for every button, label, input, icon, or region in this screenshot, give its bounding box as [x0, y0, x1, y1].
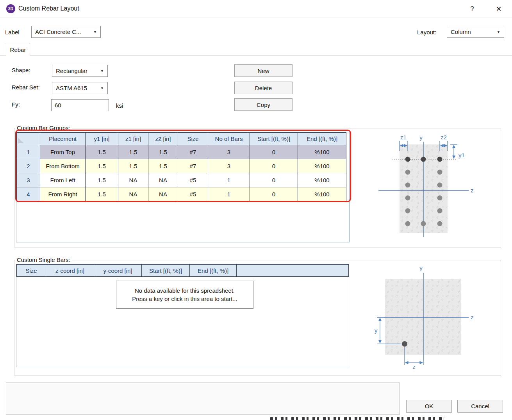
cell-z2[interactable]: 1.5	[148, 145, 178, 159]
window-title: Custom Rebar Layout	[18, 5, 79, 12]
empty-spreadsheet-message[interactable]: No data available for this spreadsheet. …	[116, 281, 253, 309]
bar-group-row[interactable]: 1 From Top 1.5 1.5 1.5 #7 3 0 %100	[17, 145, 346, 159]
cell-placement[interactable]: From Left	[40, 173, 86, 187]
chevron-down-icon: ▼	[100, 86, 104, 90]
row-header[interactable]: 3	[17, 173, 40, 187]
y-axis-label: y	[419, 134, 423, 141]
cell-size[interactable]: #7	[178, 145, 208, 159]
fy-caption: Fy:	[12, 101, 20, 108]
shape-dropdown[interactable]: Rectangular ▼	[52, 65, 108, 77]
row-header[interactable]: 1	[17, 145, 40, 159]
cell-size[interactable]: #5	[178, 173, 208, 187]
shape-caption: Shape:	[12, 67, 30, 73]
cell-y1[interactable]: 1.5	[86, 173, 118, 187]
single-bars-spreadsheet[interactable]: Size z-coord [in] y-coord [in] Start [(f…	[16, 264, 349, 367]
column-header-row: Size z-coord [in] y-coord [in] Start [(f…	[17, 265, 349, 277]
custom-single-bars-group: Custom Single Bars: Size z-coord [in] y-…	[14, 260, 501, 376]
bar-groups-section-diagram: z1 z2 y y1 z	[374, 134, 501, 244]
column-header-z1[interactable]: z1 [in]	[118, 133, 148, 145]
column-header-z2[interactable]: z2 [in]	[148, 133, 178, 145]
cell-y1[interactable]: 1.5	[86, 159, 118, 173]
cell-z2[interactable]: 1.5	[148, 159, 178, 173]
single-bars-section-diagram: y z y z	[374, 263, 501, 374]
corner-cell[interactable]	[17, 133, 40, 145]
label-caption: Label	[5, 29, 20, 36]
bar-groups-spreadsheet[interactable]: Placement y1 [in] z1 [in] z2 [in] Size N…	[16, 132, 350, 242]
cell-placement[interactable]: From Bottom	[40, 159, 86, 173]
cell-z2[interactable]: NA	[148, 187, 178, 201]
chevron-down-icon: ▼	[497, 30, 500, 34]
cell-z1[interactable]: 1.5	[118, 145, 148, 159]
column-header-z-coord[interactable]: z-coord [in]	[46, 265, 94, 277]
column-header-no-of-bars[interactable]: No of Bars	[208, 133, 250, 145]
column-header-y-coord[interactable]: y-coord [in]	[94, 265, 142, 277]
cell-no-of-bars[interactable]: 1	[208, 187, 250, 201]
custom-bar-groups-title: Custom Bar Groups:	[15, 125, 72, 131]
label-dropdown[interactable]: ACI Concrete C... ▼	[31, 26, 101, 38]
cell-start[interactable]: 0	[250, 173, 298, 187]
cell-end[interactable]: %100	[298, 173, 346, 187]
z-axis-label: z	[471, 314, 474, 320]
empty-message-line2: Press a key or click in this area to sta…	[132, 295, 237, 302]
delete-button[interactable]: Delete	[234, 82, 293, 94]
row-header[interactable]: 4	[17, 187, 40, 201]
column-header-y1[interactable]: y1 [in]	[86, 133, 118, 145]
cell-no-of-bars[interactable]: 1	[208, 173, 250, 187]
bar-group-row[interactable]: 2 From Bottom 1.5 1.5 1.5 #7 3 0 %100	[17, 159, 346, 173]
column-header-placement[interactable]: Placement	[40, 133, 86, 145]
layout-dropdown[interactable]: Column ▼	[447, 26, 504, 38]
chevron-down-icon: ▼	[100, 69, 104, 73]
ok-button[interactable]: OK	[406, 400, 452, 413]
fy-input[interactable]	[51, 99, 109, 111]
bar-groups-table[interactable]: Placement y1 [in] z1 [in] z2 [in] Size N…	[16, 132, 346, 201]
single-bars-table[interactable]: Size z-coord [in] y-coord [in] Start [(f…	[16, 264, 349, 277]
close-icon[interactable]: ✕	[493, 4, 505, 14]
column-header-size[interactable]: Size	[17, 265, 46, 277]
column-header-row: Placement y1 [in] z1 [in] z2 [in] Size N…	[17, 133, 346, 145]
column-header-end[interactable]: End [(ft, %)]	[190, 265, 237, 277]
z-axis-label: z	[471, 187, 474, 194]
cell-placement[interactable]: From Right	[40, 187, 86, 201]
bar-group-row[interactable]: 4 From Right 1.5 NA NA #5 1 0 %100	[17, 187, 346, 201]
title-bar: 3D Custom Rebar Layout ? ✕	[0, 0, 512, 18]
cell-z1[interactable]: NA	[118, 187, 148, 201]
custom-bar-groups-group: Custom Bar Groups: Placement y1 [in] z1 …	[14, 128, 501, 247]
cell-z1[interactable]: NA	[118, 173, 148, 187]
cell-end[interactable]: %100	[298, 145, 346, 159]
cell-start[interactable]: 0	[250, 187, 298, 201]
layout-dropdown-value: Column	[451, 28, 471, 35]
status-message-box	[6, 383, 400, 415]
z2-label: z2	[441, 134, 447, 141]
copy-button[interactable]: Copy	[234, 98, 293, 111]
empty-message-line1: No data available for this spreadsheet.	[135, 287, 235, 294]
fy-unit-label: ksi	[116, 102, 123, 109]
cell-end[interactable]: %100	[298, 187, 346, 201]
cell-no-of-bars[interactable]: 3	[208, 159, 250, 173]
cell-z1[interactable]: 1.5	[118, 159, 148, 173]
rebar-set-dropdown[interactable]: ASTM A615 ▼	[52, 82, 108, 94]
cell-y1[interactable]: 1.5	[86, 187, 118, 201]
cell-size[interactable]: #5	[178, 187, 208, 201]
z-dimension-label: z	[412, 363, 416, 370]
cell-y1[interactable]: 1.5	[86, 145, 118, 159]
cell-start[interactable]: 0	[250, 159, 298, 173]
bar-group-row[interactable]: 3 From Left 1.5 NA NA #5 1 0 %100	[17, 173, 346, 187]
cancel-button[interactable]: Cancel	[457, 400, 503, 413]
row-header[interactable]: 2	[17, 159, 40, 173]
column-header-start[interactable]: Start [(ft, %)]	[142, 265, 190, 277]
cell-placement[interactable]: From Top	[40, 145, 86, 159]
column-header-start[interactable]: Start [(ft, %)]	[250, 133, 298, 145]
cell-z2[interactable]: NA	[148, 173, 178, 187]
column-header-size[interactable]: Size	[178, 133, 208, 145]
y-axis-label: y	[419, 265, 423, 271]
tab-rebar[interactable]: Rebar	[6, 43, 30, 56]
cell-start[interactable]: 0	[250, 145, 298, 159]
cell-end[interactable]: %100	[298, 159, 346, 173]
help-icon[interactable]: ?	[467, 4, 477, 14]
y1-label: y1	[458, 152, 465, 158]
new-button[interactable]: New	[234, 64, 293, 77]
rebar-set-dropdown-value: ASTM A615	[56, 85, 87, 91]
cell-no-of-bars[interactable]: 3	[208, 145, 250, 159]
column-header-end[interactable]: End [(ft, %)]	[298, 133, 346, 145]
cell-size[interactable]: #7	[178, 159, 208, 173]
